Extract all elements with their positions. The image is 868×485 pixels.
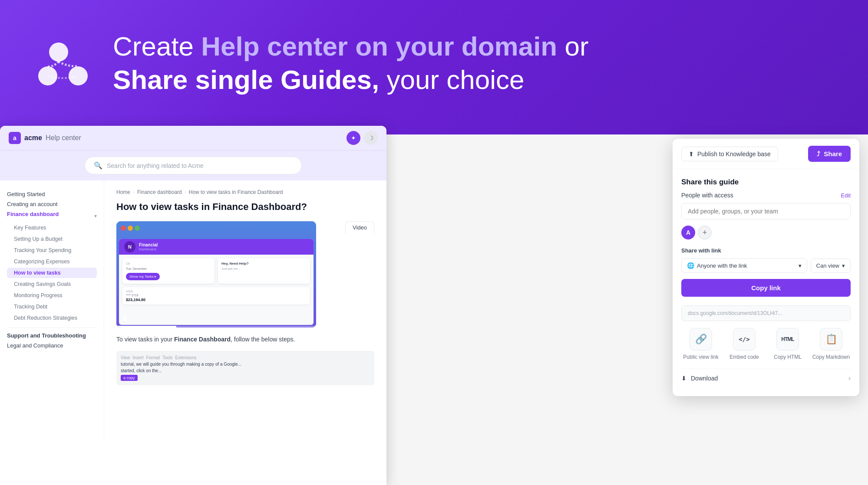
share-guide-title: Share this guide xyxy=(681,178,851,187)
sidebar-item-savings-goals[interactable]: Creating Savings Goals xyxy=(7,279,97,289)
video-container: N Financial Dashboard 19 Tue, xyxy=(116,221,374,328)
add-avatar-button[interactable]: + xyxy=(698,226,712,239)
sidebar-item-categorizing[interactable]: Categorizing Expenses xyxy=(7,256,97,267)
hc-brand-name: acme xyxy=(24,134,42,142)
video-tab[interactable]: Video xyxy=(345,221,374,233)
svg-point-0 xyxy=(49,43,68,62)
article-body: To view tasks in your Finance Dashboard,… xyxy=(116,334,374,344)
moon-icon[interactable]: ☽ xyxy=(364,131,378,145)
public-link-label: Public view link xyxy=(683,354,718,360)
download-row[interactable]: ⬇ Download › xyxy=(681,369,851,387)
body-text-bold: Finance Dashboard xyxy=(174,336,231,343)
copy-html-icon: HTML xyxy=(776,328,799,351)
breadcrumb-sep2: › xyxy=(185,189,186,195)
copy-html-item[interactable]: HTML Copy HTML xyxy=(768,328,807,360)
publish-label: Publish to Knowledge base xyxy=(697,151,771,157)
hero-text-highlight1: Help center on your domain xyxy=(201,31,557,61)
copy-link-button[interactable]: Copy link xyxy=(681,279,851,297)
view-label: Can view xyxy=(816,262,839,269)
sidebar-item-finance-dashboard[interactable]: Finance dashboard xyxy=(7,211,59,217)
hc-sidebar: Getting Started Creating an account Fina… xyxy=(0,180,104,441)
sidebar-item-legal[interactable]: Legal and Compliance xyxy=(7,342,97,349)
sidebar-item-getting-started[interactable]: Getting Started xyxy=(7,191,97,197)
theme-icon[interactable]: ✦ xyxy=(347,131,360,145)
hc-body: Getting Started Creating an account Fina… xyxy=(0,180,386,441)
breadcrumb: Home › Finance dashboard › How to view t… xyxy=(116,189,374,195)
sidebar-item-key-features[interactable]: Key Features xyxy=(7,223,97,233)
sidebar-item-view-tasks[interactable]: How to view tasks xyxy=(7,268,97,278)
breadcrumb-home[interactable]: Home xyxy=(116,189,130,195)
share-label: Share xyxy=(824,150,842,157)
chevron-down-icon: ▾ xyxy=(94,213,97,219)
sidebar-item-tracking-spending[interactable]: Tracking Your Spending xyxy=(7,245,97,256)
hero-text-part1: Create xyxy=(113,31,201,61)
share-icon: ⤴ xyxy=(817,150,820,157)
sidebar-item-creating-account[interactable]: Creating an account xyxy=(7,201,97,207)
hc-brand-label: Help center xyxy=(46,134,81,142)
sidebar-item-support[interactable]: Support and Troubleshooting xyxy=(7,332,97,339)
share-with-link-label: Share with link xyxy=(681,247,851,254)
hc-brand: a acme Help center xyxy=(9,132,81,144)
hero-text-part2: or xyxy=(557,31,588,61)
hc-brand-icon: a xyxy=(9,132,21,144)
download-label: ⬇ Download xyxy=(681,375,718,382)
copy-html-label: Copy HTML xyxy=(774,354,802,360)
people-access-row: People with access Edit xyxy=(681,192,851,199)
chevron-down-icon-view: ▾ xyxy=(842,262,845,269)
sidebar-item-monitoring-progress[interactable]: Monitoring Progress xyxy=(7,290,97,301)
copy-markdown-item[interactable]: 📋 Copy Markdown xyxy=(812,328,851,360)
body-text-part1: To view tasks in your xyxy=(116,336,174,343)
sidebar-item-tracking-debt[interactable]: Tracking Debt xyxy=(7,301,97,312)
share-icons-grid: 🔗 Public view link </> Embed code HTML C… xyxy=(681,328,851,360)
sidebar-item-setting-budget[interactable]: Setting Up a Budget xyxy=(7,234,97,244)
body-text-end: , follow the below steps. xyxy=(231,336,295,343)
hero-text: Create Help center on your domain or Sha… xyxy=(113,29,589,97)
hc-search-bar: 🔍 Search for anything related to Acme xyxy=(0,151,386,180)
hero-text-highlight2: Share single Guides, xyxy=(113,65,379,95)
url-preview-bar: docs.google.com/document/d/13OLHi7... xyxy=(681,305,851,321)
sidebar-item-debt-reduction[interactable]: Debt Reduction Strategies xyxy=(7,313,97,323)
url-preview-text: docs.google.com/document/d/13OLHi7... xyxy=(688,310,782,316)
chevron-down-icon: ▾ xyxy=(799,262,802,269)
edit-access-link[interactable]: Edit xyxy=(841,192,851,199)
hc-content: Home › Finance dashboard › How to view t… xyxy=(104,180,386,441)
breadcrumb-page: How to view tasks in Finance Dashboard xyxy=(189,189,283,195)
embed-code-icon: </> xyxy=(733,328,756,351)
page-title: How to view tasks in Finance Dashboard? xyxy=(116,201,374,213)
share-panel-body: Share this guide People with access Edit… xyxy=(673,169,859,396)
avatar: A xyxy=(681,226,695,239)
breadcrumb-section[interactable]: Finance dashboard xyxy=(137,189,182,195)
avatar-row: A + xyxy=(681,226,851,239)
publish-to-kb-button[interactable]: ⬆ Publish to Knowledge base xyxy=(681,147,778,161)
share-panel: ⬆ Publish to Knowledge base ⤴ Share Shar… xyxy=(673,139,859,396)
globe-icon: 🌐 xyxy=(687,262,694,269)
people-access-label: People with access xyxy=(681,192,733,199)
add-people-input[interactable] xyxy=(681,203,851,220)
copy-markdown-icon: 📋 xyxy=(820,328,842,351)
hc-search-inner[interactable]: 🔍 Search for anything related to Acme xyxy=(85,157,302,174)
help-center-preview: a acme Help center ✦ ☽ 🔍 Search for anyt… xyxy=(0,126,386,485)
video-play-icon[interactable]: ⏸ xyxy=(121,314,129,323)
hero-text-rest: your choice xyxy=(379,65,524,95)
download-text: Download xyxy=(691,375,718,382)
share-button[interactable]: ⤴ Share xyxy=(808,146,851,162)
hero-logo-icon xyxy=(35,33,96,93)
search-placeholder: Search for anything related to Acme xyxy=(107,162,204,169)
link-access-label: Anyone with the link xyxy=(697,262,747,269)
public-view-link-item[interactable]: 🔗 Public view link xyxy=(681,328,720,360)
copy-markdown-label: Copy Markdown xyxy=(812,354,850,360)
video-thumbnail[interactable]: N Financial Dashboard 19 Tue, xyxy=(116,221,316,328)
sidebar-section-finance: Finance dashboard ▾ xyxy=(7,211,97,221)
link-access-row: 🌐 Anyone with the link ▾ Can view ▾ xyxy=(681,258,851,273)
view-permission-dropdown[interactable]: Can view ▾ xyxy=(811,259,851,273)
svg-point-2 xyxy=(69,66,88,85)
hc-topbar: a acme Help center ✦ ☽ xyxy=(0,126,386,151)
download-icon: ⬇ xyxy=(681,375,686,382)
publish-icon: ⬆ xyxy=(689,151,694,157)
link-access-dropdown[interactable]: 🌐 Anyone with the link ▾ xyxy=(681,258,807,273)
hc-topbar-right: ✦ ☽ xyxy=(347,131,378,145)
breadcrumb-sep1: › xyxy=(133,189,135,195)
embed-code-item[interactable]: </> Embed code xyxy=(725,328,764,360)
main-wrapper: a acme Help center ✦ ☽ 🔍 Search for anyt… xyxy=(0,134,868,485)
embed-code-label: Embed code xyxy=(729,354,759,360)
